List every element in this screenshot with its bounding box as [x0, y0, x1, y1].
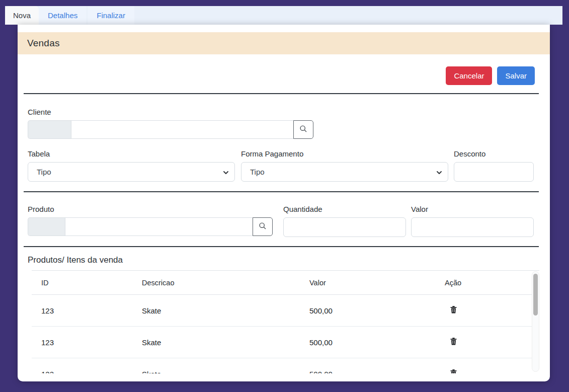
produto-id-box: [28, 217, 65, 236]
valor-input[interactable]: [411, 217, 534, 237]
table-scrollbar[interactable]: [532, 271, 539, 372]
cell-id: 123: [32, 358, 132, 374]
divider: [24, 246, 539, 247]
vendas-card: Vendas Cancelar Salvar Cliente: [18, 25, 550, 381]
table-row: 123 Skate 500,00: [32, 327, 539, 358]
forma-pagamento-select[interactable]: Tipo: [241, 162, 448, 182]
cell-descricao: Skate: [132, 327, 300, 358]
divider: [24, 93, 539, 94]
items-table: ID Descricao Valor Ação 123 Skate 500,00: [32, 270, 539, 373]
scrollbar-thumb[interactable]: [533, 274, 538, 316]
product-row: Produto: [28, 205, 535, 237]
cell-valor: 500,00: [300, 295, 435, 327]
cliente-input[interactable]: [71, 120, 294, 139]
cliente-input-group: [28, 120, 313, 139]
column-header-descricao: Descricao: [132, 271, 300, 295]
payment-row: Tabela Tipo Forma Pagamento Tipo: [28, 149, 535, 182]
cell-acao: [435, 327, 539, 358]
desconto-input[interactable]: [454, 162, 534, 182]
items-table-body: 123 Skate 500,00 123 Skate 500,00: [32, 295, 539, 374]
tab-detalhes[interactable]: Detalhes: [39, 6, 87, 25]
tabela-label: Tabela: [28, 149, 235, 158]
actions-row: Cancelar Salvar: [28, 66, 535, 85]
table-row: 123 Skate 500,00: [32, 358, 539, 374]
delete-item-button[interactable]: [449, 337, 458, 348]
search-icon: [299, 125, 307, 134]
card-body: Cancelar Salvar Cliente: [18, 66, 550, 373]
divider: [24, 191, 539, 192]
column-header-valor: Valor: [300, 271, 435, 295]
page-title: Vendas: [27, 38, 60, 49]
trash-icon: [450, 369, 457, 373]
desconto-label: Desconto: [454, 149, 534, 158]
delete-item-button[interactable]: [449, 305, 458, 316]
cliente-label: Cliente: [28, 108, 535, 116]
cell-descricao: Skate: [132, 358, 300, 374]
cancel-button[interactable]: Cancelar: [446, 66, 492, 85]
cell-valor: 500,00: [300, 358, 435, 374]
save-button[interactable]: Salvar: [497, 66, 535, 85]
forma-pagamento-selected-value: Tipo: [250, 168, 265, 176]
quantidade-label: Quantidade: [283, 205, 406, 213]
forma-pagamento-label: Forma Pagamento: [241, 149, 448, 158]
desktop-background: Nova Detalhes Finalizar Vendas Cancelar …: [0, 0, 569, 392]
items-section-title: Produtos/ Itens da venda: [28, 255, 535, 265]
cell-id: 123: [32, 327, 132, 358]
items-table-container: ID Descricao Valor Ação 123 Skate 500,00: [32, 270, 539, 373]
tab-nova[interactable]: Nova: [5, 6, 39, 25]
tab-bar: Nova Detalhes Finalizar: [5, 6, 562, 25]
cell-acao: [435, 358, 539, 374]
chevron-down-icon: [223, 169, 229, 177]
tab-finalizar[interactable]: Finalizar: [88, 6, 134, 25]
table-row: 123 Skate 500,00: [32, 295, 539, 327]
trash-icon: [450, 306, 457, 315]
search-icon: [259, 222, 267, 231]
card-header: Vendas: [18, 32, 550, 54]
produto-input-group: [28, 217, 273, 236]
valor-label: Valor: [411, 205, 534, 213]
cell-id: 123: [32, 295, 132, 327]
chevron-down-icon: [436, 169, 442, 177]
tabela-selected-value: Tipo: [37, 168, 51, 176]
produto-label: Produto: [28, 205, 273, 213]
trash-icon: [450, 338, 457, 347]
delete-item-button[interactable]: [449, 368, 458, 373]
table-header-row: ID Descricao Valor Ação: [32, 271, 539, 295]
cell-descricao: Skate: [132, 295, 300, 327]
cell-valor: 500,00: [300, 327, 435, 358]
quantidade-input[interactable]: [283, 217, 406, 237]
tabela-select[interactable]: Tipo: [28, 162, 235, 182]
cell-acao: [435, 295, 539, 327]
produto-search-button[interactable]: [253, 217, 273, 236]
column-header-acao: Ação: [435, 271, 539, 295]
cliente-search-button[interactable]: [293, 120, 313, 139]
produto-input[interactable]: [65, 217, 253, 236]
cliente-id-box: [28, 120, 71, 139]
column-header-id: ID: [32, 271, 132, 295]
